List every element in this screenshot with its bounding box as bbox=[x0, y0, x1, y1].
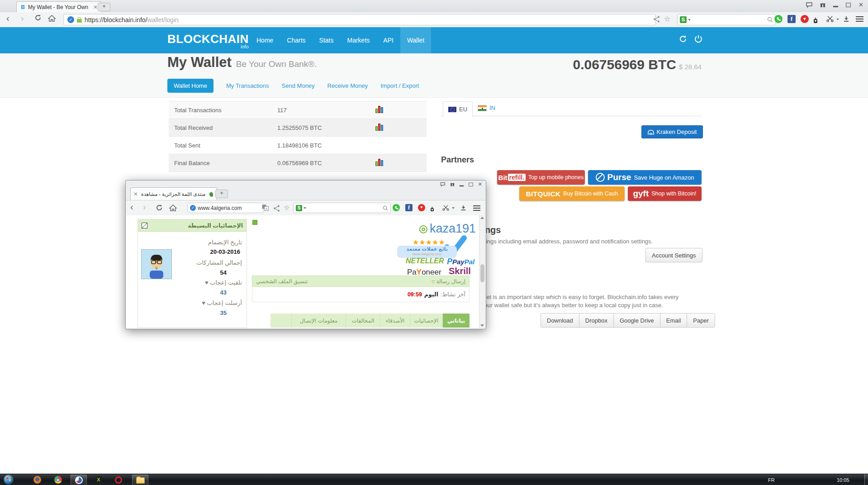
taskbar-explorer-icon[interactable] bbox=[132, 475, 148, 485]
bookmark-star-icon[interactable]: ☆ bbox=[284, 204, 289, 212]
taskbar-clock[interactable]: 10:05 bbox=[837, 474, 849, 485]
tab-close-icon[interactable]: ✕ bbox=[93, 4, 98, 10]
tab-receive-money[interactable]: Receive Money bbox=[327, 82, 368, 89]
tab-close-icon[interactable]: ✕ bbox=[133, 191, 138, 197]
gyft-button[interactable]: gyft Shop with Bitcoin! bbox=[628, 186, 702, 201]
whatsapp-icon[interactable] bbox=[774, 15, 783, 23]
scrollbar-thumb[interactable] bbox=[480, 264, 484, 282]
scroll-up-icon[interactable] bbox=[480, 217, 484, 219]
snip-scissors-icon[interactable] bbox=[826, 16, 835, 24]
send-message-link[interactable]: إرسال رسالة ▽ bbox=[432, 278, 465, 285]
account-settings-button[interactable]: Account Settings bbox=[645, 248, 702, 262]
home-icon[interactable] bbox=[48, 15, 56, 22]
search-engine-caret-icon[interactable] bbox=[688, 19, 691, 21]
blockchain-logo[interactable]: BLOCKCHAIN info bbox=[167, 32, 249, 49]
search-engine-icon[interactable]: S bbox=[680, 16, 687, 23]
taskbar-firefox-icon[interactable] bbox=[32, 475, 43, 485]
chart-icon[interactable] bbox=[375, 124, 383, 131]
language-indicator[interactable]: FR bbox=[768, 474, 775, 485]
gift-icon[interactable] bbox=[820, 2, 825, 8]
back-icon[interactable]: ‹ bbox=[6, 13, 9, 24]
nav-stats[interactable]: Stats bbox=[313, 27, 341, 53]
scrollbar[interactable] bbox=[479, 215, 485, 328]
tab-wallet-home[interactable]: Wallet Home bbox=[167, 79, 213, 93]
forum-browser-window[interactable]: ✕ ✕ منتدى اللمة الجزائرية - مشاهدة + ‹ ›… bbox=[125, 180, 486, 329]
avatar[interactable] bbox=[141, 249, 172, 279]
video-downloader-icon[interactable]: ▼ bbox=[431, 208, 434, 211]
menu-icon[interactable] bbox=[473, 204, 480, 211]
search-engine-icon[interactable]: S bbox=[296, 205, 302, 211]
tab-my-transactions[interactable]: My Transactions bbox=[226, 82, 269, 89]
snip-caret-icon[interactable] bbox=[452, 207, 455, 209]
format-profile-link[interactable]: تنسيق الملف الشخصي bbox=[256, 278, 308, 285]
close-button[interactable]: ✕ bbox=[859, 2, 863, 8]
forward-icon[interactable]: › bbox=[143, 202, 146, 212]
tab-send-money[interactable]: Send Money bbox=[282, 82, 315, 89]
browser-tab-wallet[interactable]: B My Wallet - Be Your Own ✕ bbox=[16, 1, 101, 13]
address-bar[interactable]: ✓ https://blockchain.info/wallet/login bbox=[63, 14, 656, 25]
refresh-icon[interactable] bbox=[678, 34, 688, 43]
profile-username[interactable]: kaza191 bbox=[430, 222, 476, 236]
bitrefill-button[interactable]: Bitrefill. Top up mobile phones bbox=[497, 170, 585, 185]
nav-home[interactable]: Home bbox=[250, 27, 280, 53]
translate-icon[interactable]: A bbox=[262, 204, 269, 211]
back-icon[interactable]: ‹ bbox=[130, 202, 133, 212]
search-magnifier-icon[interactable] bbox=[767, 17, 773, 23]
taskbar-app-icon[interactable]: X bbox=[93, 475, 104, 485]
search-box[interactable]: S bbox=[677, 14, 776, 25]
new-tab-button[interactable]: + bbox=[215, 190, 228, 198]
reload-icon[interactable] bbox=[156, 204, 163, 211]
tab-friends[interactable]: الأصدقاء bbox=[380, 314, 410, 328]
dropbox-button[interactable]: Dropbox bbox=[579, 313, 614, 328]
forward-icon[interactable]: › bbox=[21, 13, 24, 24]
tab-in[interactable]: IN bbox=[478, 105, 495, 111]
taskbar-chrome-icon[interactable] bbox=[52, 475, 63, 485]
collapse-square-icon[interactable] bbox=[252, 220, 257, 225]
snip-caret-icon[interactable] bbox=[836, 19, 839, 20]
facebook-icon[interactable]: f bbox=[405, 204, 413, 211]
bitquick-button[interactable]: BITQUICK Buy Bitcoin with Cash bbox=[519, 186, 625, 201]
feedback-bubble-icon[interactable] bbox=[440, 182, 445, 186]
nav-markets[interactable]: Markets bbox=[341, 27, 377, 53]
address-bar[interactable]: ✓ www.4algeria.com bbox=[187, 203, 263, 213]
scroll-down-icon[interactable] bbox=[480, 324, 484, 327]
chart-icon[interactable] bbox=[375, 106, 383, 113]
forum-tab[interactable]: ✕ منتدى اللمة الجزائرية - مشاهدة bbox=[130, 187, 217, 200]
start-button[interactable] bbox=[4, 475, 14, 485]
download-icon[interactable] bbox=[843, 16, 851, 24]
download-icon[interactable] bbox=[460, 205, 466, 211]
favorites-heart-icon[interactable]: ♥ bbox=[418, 204, 425, 211]
bookmark-star-icon[interactable]: ☆ bbox=[664, 14, 672, 23]
tab-infractions[interactable]: المخالفات bbox=[346, 314, 380, 328]
search-box[interactable]: S bbox=[293, 203, 391, 213]
paper-button[interactable]: Paper bbox=[687, 313, 715, 328]
download-button[interactable]: Download bbox=[541, 313, 579, 328]
tab-statistics[interactable]: الإحصائيات bbox=[410, 314, 442, 328]
nav-charts[interactable]: Charts bbox=[280, 27, 312, 53]
close-button[interactable]: ✕ bbox=[478, 182, 482, 187]
minimize-button[interactable] bbox=[460, 185, 464, 187]
menu-icon[interactable] bbox=[856, 15, 863, 23]
taskbar-opera-icon[interactable] bbox=[113, 475, 124, 485]
tab-import-export[interactable]: Import / Export bbox=[380, 82, 419, 89]
share-icon[interactable] bbox=[653, 16, 661, 24]
nav-wallet[interactable]: Wallet bbox=[400, 27, 431, 53]
search-engine-caret-icon[interactable] bbox=[304, 207, 306, 209]
maximize-button[interactable] bbox=[469, 182, 473, 186]
minimize-button[interactable] bbox=[833, 6, 838, 7]
email-button[interactable]: Email bbox=[660, 313, 688, 328]
gift-icon[interactable] bbox=[451, 182, 455, 186]
taskbar-maxthon-icon[interactable] bbox=[71, 475, 87, 485]
facebook-icon[interactable]: f bbox=[787, 15, 796, 23]
video-downloader-icon[interactable]: ▼ bbox=[814, 19, 817, 23]
tab-my-data[interactable]: بياناتي bbox=[442, 314, 470, 328]
show-desktop-button[interactable] bbox=[864, 474, 868, 485]
purse-button[interactable]: Purse Save Huge on Amazon bbox=[588, 170, 702, 185]
chart-icon[interactable] bbox=[375, 159, 383, 166]
feedback-bubble-icon[interactable] bbox=[806, 2, 812, 8]
share-icon[interactable] bbox=[273, 205, 280, 212]
logout-power-icon[interactable] bbox=[694, 34, 703, 43]
tab-contact-info[interactable]: معلومات الإتصال bbox=[291, 314, 346, 328]
new-tab-button[interactable]: + bbox=[98, 3, 110, 11]
restore-button[interactable] bbox=[846, 3, 851, 7]
